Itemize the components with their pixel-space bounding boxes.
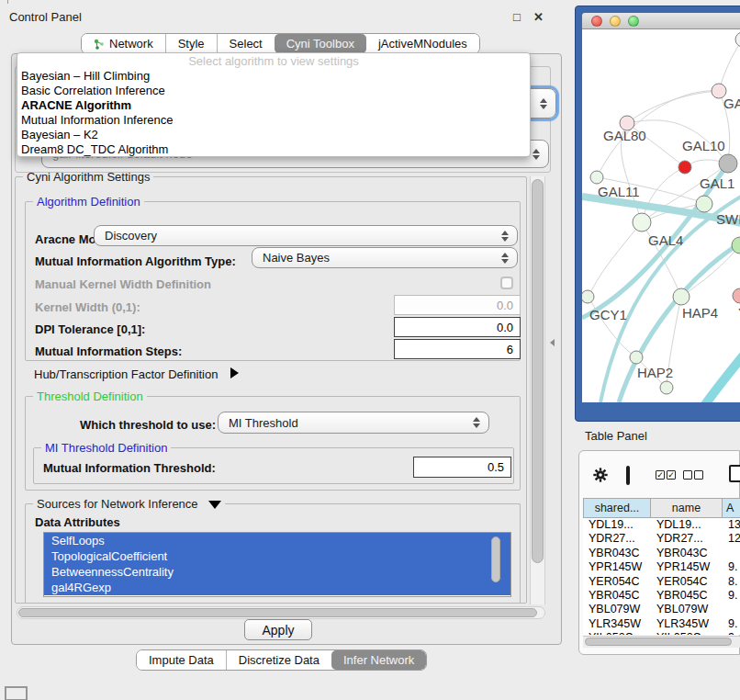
table-cell: YDR27... [583, 532, 651, 546]
dpi-tolerance-field[interactable]: 0.0 [394, 317, 521, 337]
table-row[interactable]: YPR145WYPR145W9. [583, 560, 740, 574]
tab-impute-data[interactable]: Impute Data [137, 650, 226, 670]
network-node[interactable] [733, 288, 740, 303]
column-header-partial[interactable]: A [723, 498, 740, 518]
table-cell: 12 [723, 532, 740, 546]
data-attribute-item[interactable]: TopologicalCoefficient [44, 548, 510, 564]
network-canvas[interactable]: GALGAL80GAL10GAL11GAL1SWI4GAL4GCY1HAP4YH… [582, 29, 740, 402]
table-row[interactable]: YDR27...YDR27...12 [583, 532, 740, 546]
algorithm-option[interactable]: Bayesian – K2 [17, 128, 530, 142]
tab-cyni-toolbox[interactable]: Cyni Toolbox [275, 34, 366, 53]
manual-kernel-checkbox[interactable] [500, 277, 513, 289]
network-node[interactable] [590, 171, 603, 184]
algorithm-option[interactable]: ARACNE Algorithm [17, 98, 530, 113]
table-cell: 9. [723, 589, 740, 603]
network-node-label: GAL80 [603, 128, 646, 143]
close-panel-icon[interactable]: ✕ [533, 10, 544, 24]
table-cell: YER054C [651, 575, 723, 589]
data-attribute-item[interactable]: BetweennessCentrality [44, 564, 510, 580]
column-header-name[interactable]: name [651, 498, 723, 518]
show-columns-icon[interactable] [626, 466, 630, 485]
settings-vscroll-track[interactable] [530, 176, 545, 604]
zoom-window-icon[interactable] [628, 16, 639, 27]
tab-infer-network[interactable]: Infer Network [331, 650, 426, 670]
attr-list-scrollbar[interactable] [491, 536, 500, 582]
float-panel-icon[interactable]: □ [513, 10, 521, 24]
table-row[interactable]: YER054CYER054C8. [583, 575, 740, 589]
mi-type-label: Mutual Information Algorithm Type: [35, 254, 236, 268]
kernel-width-value: 0.0 [497, 299, 513, 312]
tab-discretize-data[interactable]: Discretize Data [226, 650, 331, 670]
gear-icon[interactable] [592, 467, 609, 487]
table-cell: 13 [723, 518, 740, 532]
network-node-label: GAL1 [700, 175, 734, 191]
table-hscroll-track[interactable] [583, 636, 740, 648]
table-row[interactable]: YBR045CYBR045C9. [583, 589, 740, 603]
mi-threshold-label: Mutual Information Threshold: [43, 461, 216, 475]
algorithm-option[interactable]: Mutual Information Inference [17, 113, 530, 128]
settings-hscroll-thumb[interactable] [18, 608, 537, 617]
data-attributes-list[interactable]: SelfLoopsTopologicalCoefficientBetweenne… [43, 532, 511, 597]
table-row[interactable]: YIL052CYIL052C9 [583, 631, 740, 635]
network-node[interactable] [678, 161, 691, 174]
minimize-window-icon[interactable] [610, 16, 621, 27]
data-attribute-item[interactable]: gal4RGexp [44, 580, 510, 595]
table-rows[interactable]: YDL19...YDL19...13YDR27...YDR27...12YBR0… [583, 518, 740, 635]
mi-threshold-field[interactable]: 0.5 [413, 457, 511, 478]
collapse-down-icon[interactable] [208, 501, 221, 509]
tab-network[interactable]: Network [82, 34, 165, 53]
settings-vscroll-thumb[interactable] [532, 179, 544, 563]
network-node[interactable] [582, 290, 594, 303]
network-node[interactable] [633, 213, 651, 231]
table-row[interactable]: YDL19...YDL19...13 [583, 518, 740, 532]
tab-label: Select [230, 37, 263, 51]
network-node[interactable] [735, 32, 740, 47]
network-window-titlebar[interactable] [582, 13, 740, 29]
table-cell: YLR345W [651, 617, 723, 631]
table-panel: ✓✓ shared... name A YDL19...YDL19...13YD… [578, 450, 740, 655]
column-header-shared-name[interactable]: shared... [583, 498, 651, 518]
splitter-grip-icon[interactable] [550, 339, 555, 346]
table-row[interactable]: YBR043CYBR043C [583, 547, 740, 560]
table-cell: 9 [723, 631, 740, 635]
algorithm-option[interactable]: Bayesian – Hill Climbing [17, 69, 530, 84]
tab-style[interactable]: Style [165, 34, 217, 53]
data-attribute-item[interactable]: SelfLoops [44, 533, 510, 548]
apply-button[interactable]: Apply [244, 619, 312, 640]
hub-definition-toggle[interactable]: Hub/Transcription Factor Definition [34, 367, 239, 381]
settings-hscroll-track[interactable] [17, 606, 545, 619]
tab-select[interactable]: Select [217, 34, 275, 53]
tab-label: Infer Network [343, 653, 414, 667]
algorithm-option[interactable]: Dream8 DC_TDC Algorithm [17, 142, 530, 157]
kernel-width-field[interactable]: 0.0 [394, 295, 521, 315]
mi-steps-label: Mutual Information Steps: [35, 344, 182, 358]
network-node-label: GAL4 [648, 232, 683, 248]
aracne-mode-combo[interactable]: Discovery [94, 225, 518, 246]
table-panel-title: Table Panel [585, 429, 647, 443]
mi-steps-field[interactable]: 6 [394, 339, 521, 359]
table-cell: 8. [723, 575, 740, 589]
minimized-panel-icon[interactable] [5, 686, 28, 700]
select-all-checkboxes-icon[interactable]: ✓✓ [656, 470, 676, 480]
table-hscroll-thumb[interactable] [585, 638, 732, 646]
tab-jactivemnodules[interactable]: jActiveMNodules [366, 34, 479, 53]
table-row[interactable]: YLR345WYLR345W9. [583, 617, 740, 631]
network-node[interactable] [732, 237, 740, 254]
network-node[interactable] [673, 288, 690, 305]
network-node[interactable] [630, 351, 643, 364]
mi-type-combo[interactable]: Naive Bayes [252, 247, 518, 268]
network-node[interactable] [696, 196, 712, 212]
network-node[interactable] [660, 381, 673, 394]
which-threshold-combo[interactable]: MI Threshold [218, 412, 489, 434]
which-threshold-label: Which threshold to use: [80, 418, 216, 432]
table-cell: YDR27... [651, 532, 723, 546]
close-window-icon[interactable] [591, 16, 602, 27]
data-attributes-label: Data Attributes [35, 515, 120, 529]
mi-threshold-group: MI Threshold Definition Mutual Informati… [33, 447, 514, 484]
table-row[interactable]: YBL079WYBL079W [583, 603, 740, 616]
algorithm-option[interactable]: Basic Correlation Inference [17, 84, 530, 98]
network-node-labels: GALGAL80GAL10GAL11GAL1SWI4GAL4GCY1HAP4YH… [589, 96, 740, 380]
network-node[interactable] [719, 154, 737, 173]
deselect-all-checkboxes-icon[interactable] [683, 470, 703, 480]
export-table-icon[interactable] [729, 465, 740, 482]
